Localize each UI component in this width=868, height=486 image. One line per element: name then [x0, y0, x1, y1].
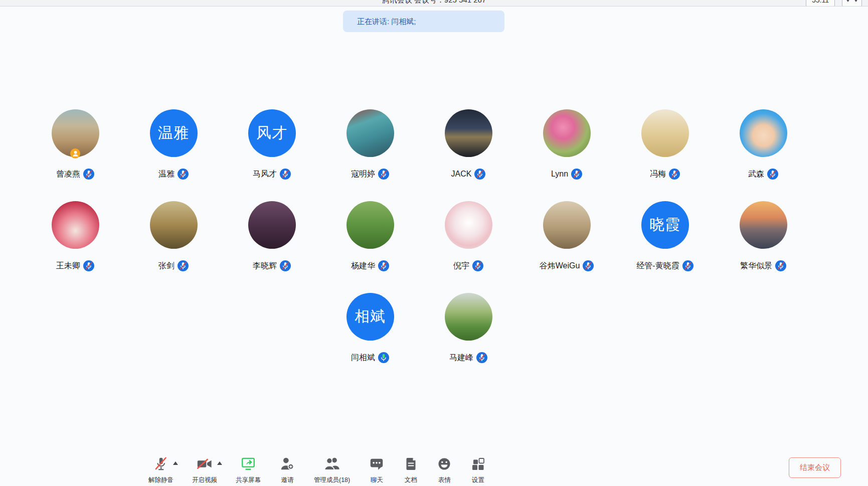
participant-label-row: 倪宇 [453, 260, 483, 272]
participant-label-row: 马风才 [253, 168, 291, 180]
participant-name: 倪宇 [453, 261, 469, 271]
avatar-initials: 晓霞 [641, 201, 689, 249]
avatar-initials: 温雅 [150, 109, 198, 157]
participant-tile[interactable]: JACK [419, 109, 517, 180]
participant-name: 寇明婷 [351, 169, 375, 180]
participant-tile[interactable]: 繁华似景 [714, 201, 812, 272]
mic-status-icon [178, 260, 189, 271]
mic-status-icon [378, 260, 389, 271]
window-titlebar: 腾讯会议 会议号：925 541 267 55:11 [0, 0, 868, 7]
toolbar-label: 邀请 [281, 476, 294, 484]
participant-avatar: 风才 [248, 109, 296, 157]
participant-tile[interactable]: 曾凌燕 [26, 109, 124, 180]
mic-status-icon [474, 169, 485, 180]
participant-label-row: 冯梅 [650, 168, 680, 180]
start-video-button[interactable]: 开启视频 [192, 455, 217, 484]
settings-button[interactable]: 设置 [470, 455, 485, 484]
participant-name: 繁华似景 [740, 261, 772, 271]
avatar-initials [346, 201, 394, 249]
participant-grid-row: 相斌 闫相斌 马建峰 [0, 293, 868, 364]
toolbar-label: 设置 [472, 476, 484, 484]
participant-avatar [52, 201, 99, 249]
fullscreen-icon [846, 0, 850, 2]
participant-tile[interactable]: 冯梅 [616, 109, 714, 180]
avatar-initials [52, 201, 99, 249]
participant-tile[interactable]: Lynn [517, 109, 616, 180]
avatar-initials [445, 293, 492, 341]
participant-label-row: 经管-黄晓霞 [636, 260, 693, 272]
participant-name: 马建峰 [449, 353, 473, 363]
participant-name: JACK [451, 170, 472, 179]
toolbar-label: 开启视频 [192, 476, 217, 484]
host-badge-icon [70, 148, 80, 158]
participant-tile[interactable]: 晓霞 经管-黄晓霞 [616, 201, 714, 272]
participant-label-row: JACK [451, 168, 486, 180]
participant-tile[interactable]: 王未卿 [26, 201, 124, 272]
participant-tile[interactable]: 相斌 闫相斌 [321, 293, 419, 364]
participant-name: Lynn [551, 170, 568, 179]
participant-avatar [740, 109, 787, 157]
mic-status-icon [83, 260, 94, 271]
mic-options-arrow[interactable] [173, 461, 178, 465]
docs-button[interactable]: 文档 [403, 455, 418, 484]
participant-avatar [543, 201, 591, 249]
participant-name: 谷炜WeiGu [540, 261, 580, 271]
participant-label-row: 寇明婷 [351, 168, 389, 180]
avatar-initials [346, 109, 394, 157]
mic-status-icon [476, 352, 487, 363]
invite-button[interactable]: 邀请 [279, 455, 295, 484]
participant-name: 经管-黄晓霞 [636, 261, 679, 271]
participant-label-row: 李晓辉 [253, 260, 291, 272]
participant-label-row: Lynn [551, 168, 582, 180]
end-meeting-button[interactable]: 结束会议 [789, 457, 841, 478]
avatar-initials [150, 201, 198, 249]
participant-grid-row: 曾凌燕 温雅 温雅 [0, 109, 868, 180]
mic-status-icon [571, 169, 582, 180]
fullscreen-toggle-button[interactable] [842, 0, 862, 7]
participant-tile[interactable]: 温雅 温雅 [124, 109, 223, 180]
meeting-timer: 55:11 [806, 0, 835, 7]
participant-tile[interactable]: 倪宇 [419, 201, 517, 272]
mic-status-icon [378, 352, 389, 363]
mic-status-icon [669, 169, 680, 180]
mic-status-icon [682, 260, 693, 271]
participant-name: 李晓辉 [253, 261, 277, 271]
mic-status-icon [767, 169, 778, 180]
participant-avatar [52, 109, 99, 157]
emoji-button[interactable]: 表情 [437, 455, 452, 484]
participant-name: 武森 [748, 169, 764, 180]
participant-tile[interactable]: 谷炜WeiGu [517, 201, 616, 272]
participant-label-row: 杨建华 [351, 260, 389, 272]
share-screen-icon [240, 456, 256, 472]
manage-members-button[interactable]: 管理成员(18) [314, 455, 350, 484]
avatar-initials: 风才 [248, 109, 296, 157]
participant-name: 温雅 [158, 169, 175, 180]
participant-tile[interactable]: 杨建华 [321, 201, 419, 272]
share-screen-button[interactable]: 共享屏幕 [236, 455, 261, 484]
participant-avatar [445, 201, 492, 249]
participant-tile[interactable]: 李晓辉 [223, 201, 321, 272]
participant-label-row: 马建峰 [449, 352, 487, 364]
participant-label-row: 曾凌燕 [56, 168, 94, 180]
mic-status-icon [280, 169, 291, 180]
chat-button[interactable]: 聊天 [369, 455, 385, 484]
unmute-button[interactable]: 解除静音 [148, 455, 173, 484]
participant-tile[interactable]: 武森 [714, 109, 812, 180]
participant-avatar [641, 109, 689, 157]
participant-tile[interactable]: 寇明婷 [321, 109, 419, 180]
avatar-initials [543, 201, 591, 249]
participant-tile[interactable]: 张剑 [124, 201, 223, 272]
participant-label-row: 王未卿 [56, 260, 94, 272]
participant-tile[interactable]: 风才 马风才 [223, 109, 321, 180]
toolbar-label: 管理成员(18) [314, 476, 350, 484]
participant-label-row: 武森 [748, 168, 778, 180]
participant-tile[interactable]: 马建峰 [419, 293, 517, 364]
participant-avatar [346, 109, 394, 157]
participant-label-row: 繁华似景 [740, 260, 786, 272]
video-options-arrow[interactable] [217, 461, 222, 465]
mic-status-icon [178, 169, 189, 180]
toolbar-label: 解除静音 [148, 476, 173, 484]
avatar-initials: 相斌 [346, 293, 394, 341]
camera-muted-icon [196, 455, 213, 472]
avatar-initials [445, 201, 492, 249]
